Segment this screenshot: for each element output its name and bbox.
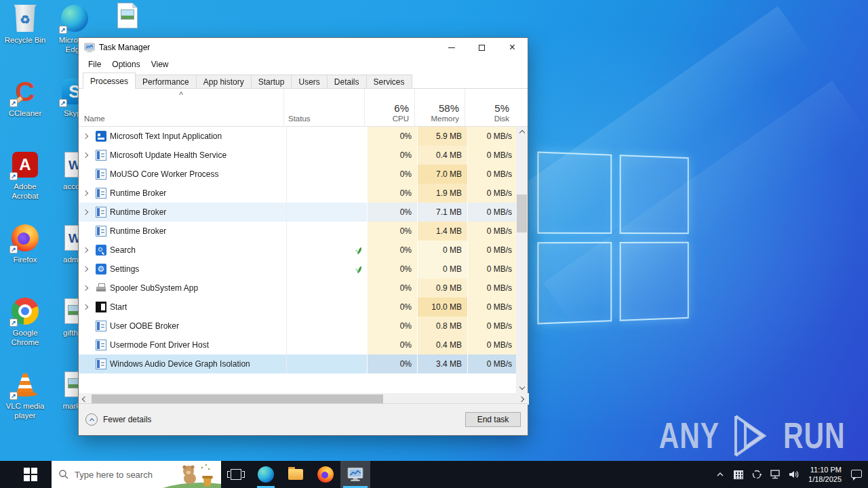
- expand-chevron-slot[interactable]: [79, 153, 92, 157]
- expand-chevron-slot[interactable]: [79, 191, 92, 195]
- scroll-up-button[interactable]: [516, 127, 528, 137]
- process-status: [286, 354, 367, 373]
- tab-startup[interactable]: Startup: [251, 75, 292, 88]
- menu-options[interactable]: Options: [106, 58, 145, 70]
- process-status: [286, 127, 367, 146]
- scroll-down-button[interactable]: [516, 383, 528, 393]
- suspended-leaf-icon: [353, 264, 363, 274]
- horizontal-scrollbar-thumb[interactable]: [92, 394, 383, 403]
- column-header-cpu[interactable]: 6% CPU: [364, 89, 414, 126]
- process-row[interactable]: Search0%0 MB0 MB/s: [79, 241, 517, 260]
- system-tray: 11:10 PM 1/18/2025: [714, 461, 868, 488]
- menu-file[interactable]: File: [83, 58, 106, 70]
- expand-chevron-slot[interactable]: [79, 267, 92, 271]
- expand-chevron-slot[interactable]: [79, 305, 92, 309]
- maximize-button[interactable]: [467, 38, 497, 57]
- tab-processes[interactable]: Processes: [83, 73, 136, 89]
- end-task-button[interactable]: End task: [465, 412, 521, 427]
- process-row[interactable]: Spooler SubSystem App0%0.9 MB0 MB/s: [79, 279, 517, 298]
- desktop-icon-firefox[interactable]: ↗Firefox: [0, 224, 50, 264]
- column-header-status[interactable]: Status: [283, 89, 364, 126]
- tray-network-button[interactable]: [769, 461, 781, 488]
- process-name: MoUSO Core Worker Process: [110, 169, 286, 179]
- taskbar-firefox-button[interactable]: [311, 461, 340, 488]
- printer-icon: [96, 283, 106, 293]
- vertical-scrollbar[interactable]: [516, 127, 528, 393]
- expand-chevron-slot[interactable]: [79, 248, 92, 252]
- desktop-icon-label: VLC media player: [0, 401, 50, 421]
- process-row[interactable]: Windows Audio Device Graph Isolation0%3.…: [79, 354, 517, 373]
- task-view-button[interactable]: [221, 461, 251, 488]
- process-status: [286, 184, 367, 203]
- column-header-disk[interactable]: 5% Disk: [465, 89, 515, 126]
- process-name: Microsoft Update Health Service: [110, 150, 286, 160]
- process-disk: 0 MB/s: [467, 279, 517, 298]
- minimize-button[interactable]: [436, 38, 467, 57]
- process-row[interactable]: Microsoft Text Input Application0%5.9 MB…: [79, 127, 517, 146]
- desktop-icon-recycle-bin[interactable]: ♻Recycle Bin: [0, 4, 50, 45]
- process-memory: 5.9 MB: [417, 127, 467, 146]
- tab-app-history[interactable]: App history: [196, 75, 252, 88]
- edge-icon: [258, 466, 274, 483]
- process-row[interactable]: ⚙Settings0%0 MB0 MB/s: [79, 260, 517, 279]
- anyrun-watermark: ANY RUN: [652, 415, 852, 457]
- menu-view[interactable]: View: [146, 58, 174, 70]
- process-row[interactable]: Microsoft Update Health Service0%0.4 MB0…: [79, 146, 517, 165]
- tab-users[interactable]: Users: [291, 75, 327, 88]
- app-window-icon: [96, 169, 106, 180]
- action-center-icon: [851, 470, 862, 478]
- column-header-memory[interactable]: 58% Memory: [414, 89, 465, 126]
- process-row[interactable]: Start0%10.0 MB0 MB/s: [79, 298, 517, 317]
- process-row[interactable]: MoUSO Core Worker Process0%7.0 MB0 MB/s: [79, 165, 517, 184]
- desktop-icon-image-file-top[interactable]: [108, 1, 146, 33]
- tab-strip: ProcessesPerformanceApp historyStartupUs…: [79, 72, 528, 89]
- scroll-right-button[interactable]: [517, 397, 528, 401]
- close-button[interactable]: ×: [497, 38, 528, 57]
- tray-touch-keyboard-button[interactable]: [732, 461, 745, 488]
- expand-chevron-slot[interactable]: [79, 210, 92, 214]
- shortcut-arrow-icon: ↗: [9, 99, 18, 107]
- process-cpu: 0%: [367, 184, 417, 203]
- taskbar-clock[interactable]: 11:10 PM 1/18/2025: [806, 465, 844, 484]
- expand-chevron-slot[interactable]: [79, 134, 92, 138]
- vertical-scrollbar-thumb[interactable]: [517, 195, 527, 232]
- fewer-details-toggle[interactable]: Fewer details: [85, 413, 151, 426]
- tray-show-hidden-icons-button[interactable]: [714, 461, 726, 488]
- process-memory: 1.9 MB: [417, 184, 467, 203]
- scroll-left-button[interactable]: [79, 397, 89, 401]
- process-disk: 0 MB/s: [467, 203, 517, 222]
- expand-chevron-slot[interactable]: [79, 286, 92, 290]
- process-disk: 0 MB/s: [467, 146, 517, 165]
- tab-performance[interactable]: Performance: [135, 75, 197, 88]
- speaker-icon: [788, 469, 800, 480]
- desktop-icon-adobe-acrobat[interactable]: A↗Adobe Acrobat: [0, 150, 50, 201]
- desktop-icon-vlc[interactable]: ↗VLC media player: [0, 370, 50, 421]
- taskbar-edge-button[interactable]: [251, 461, 281, 488]
- disk-total-percent: 5%: [494, 102, 509, 114]
- process-row[interactable]: Runtime Broker0%7.1 MB0 MB/s: [79, 203, 517, 222]
- process-status: [286, 317, 367, 336]
- title-bar[interactable]: Task Manager ×: [79, 38, 528, 57]
- taskbar-task-manager-button[interactable]: [340, 461, 370, 488]
- process-row[interactable]: User OOBE Broker0%0.8 MB0 MB/s: [79, 317, 517, 336]
- action-center-button[interactable]: [850, 461, 863, 488]
- start-button[interactable]: [9, 461, 52, 488]
- taskbar-search-box[interactable]: Type here to search: [52, 461, 221, 488]
- tray-volume-button[interactable]: [787, 461, 800, 488]
- taskbar-file-explorer-button[interactable]: [281, 461, 311, 488]
- desktop-icon-ccleaner[interactable]: C↗CCleaner: [0, 77, 50, 118]
- column-header-name[interactable]: ^ Name: [79, 89, 283, 126]
- process-row[interactable]: Usermode Font Driver Host0%0.4 MB0 MB/s: [79, 336, 517, 354]
- tab-details[interactable]: Details: [327, 75, 367, 88]
- tab-services[interactable]: Services: [366, 75, 412, 88]
- process-row[interactable]: Runtime Broker0%1.9 MB0 MB/s: [79, 184, 517, 203]
- windows-wallpaper-logo: [537, 151, 688, 324]
- footer-bar: Fewer details End task: [79, 403, 528, 435]
- process-cpu: 0%: [367, 279, 417, 298]
- image-file-icon: [117, 3, 138, 28]
- tray-sync-status-button[interactable]: [751, 461, 763, 488]
- process-row[interactable]: Runtime Broker0%1.4 MB0 MB/s: [79, 222, 517, 241]
- desktop-icon-google-chrome[interactable]: ↗Google Chrome: [0, 297, 50, 348]
- desktop-icon-label: Firefox: [13, 255, 37, 264]
- process-memory: 0.4 MB: [417, 146, 467, 165]
